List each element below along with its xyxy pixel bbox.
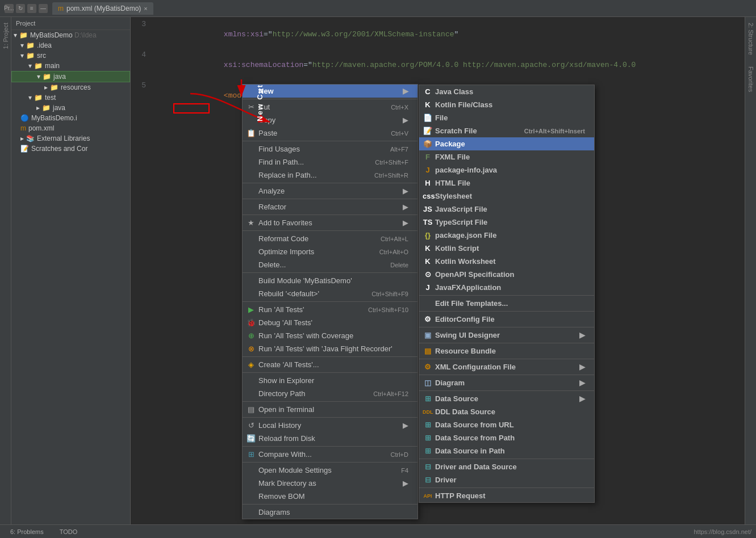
menu-item-directory-path[interactable]: Directory Path Ctrl+Alt+F12 bbox=[243, 387, 417, 400]
problems-tab[interactable]: 6: Problems bbox=[5, 527, 49, 537]
menu-sep6 bbox=[243, 230, 417, 231]
submenu-css[interactable]: css Stylesheet bbox=[419, 190, 594, 203]
settings-icon[interactable]: ≡ bbox=[27, 4, 36, 13]
tree-mybatisdemo[interactable]: 🔵 MyBatisDemo.i bbox=[11, 113, 130, 123]
tree-scratches[interactable]: 📝 Scratches and Cor bbox=[11, 144, 130, 154]
tree-src[interactable]: ▾ 📁 src bbox=[11, 51, 130, 61]
menu-item-open-terminal[interactable]: ▤ Open in Terminal bbox=[243, 403, 417, 416]
shortcut-label: Ctrl+Shift+F10 bbox=[368, 306, 408, 313]
submenu-json[interactable]: {} package.json File bbox=[419, 229, 594, 242]
submenu-openapi[interactable]: ⊙ OpenAPI Specification bbox=[419, 268, 594, 281]
submenu-http-request[interactable]: API HTTP Request bbox=[419, 489, 594, 502]
submenu-resource-bundle[interactable]: ▤ Resource Bundle bbox=[419, 344, 594, 358]
menu-item-copy[interactable]: Copy ▶ bbox=[243, 114, 417, 127]
submenu-swing[interactable]: ▣ Swing UI Designer ▶ bbox=[419, 329, 594, 342]
menu-item-run-tests[interactable]: ▶ Run 'All Tests' Ctrl+Shift+F10 bbox=[243, 303, 417, 316]
tree-test[interactable]: ▾ 📁 test bbox=[11, 93, 130, 103]
submenu-file[interactable]: 📄 File bbox=[419, 111, 594, 124]
line-number: 4 bbox=[131, 50, 151, 81]
menu-item-create-tests[interactable]: ◈ Create 'All Tests'... bbox=[243, 358, 417, 371]
menu-item-delete[interactable]: Delete... Delete bbox=[243, 258, 417, 271]
folder-icon: 📁 bbox=[34, 62, 43, 70]
menu-item-cut[interactable]: ✂ Cut Ctrl+X bbox=[243, 100, 417, 114]
submenu-edit-templates[interactable]: Edit File Templates... bbox=[419, 297, 594, 310]
menu-item-optimize[interactable]: Optimize Imports Ctrl+Alt+O bbox=[243, 245, 417, 258]
tree-java-test[interactable]: ▸ 📁 java bbox=[11, 103, 130, 113]
tree-pom[interactable]: m pom.xml bbox=[11, 123, 130, 133]
tab-close-icon[interactable]: × bbox=[144, 5, 147, 12]
menu-item-local-history[interactable]: ↺ Local History ▶ bbox=[243, 419, 417, 432]
chevron-icon: ▾ bbox=[20, 41, 24, 49]
tree-label: java bbox=[53, 73, 66, 81]
submenu-package[interactable]: 📦 Package bbox=[419, 137, 594, 150]
menu-item-reload[interactable]: 🔄 Reload from Disk bbox=[243, 432, 417, 445]
xml-icon: m bbox=[20, 124, 26, 132]
submenu-java-class[interactable]: C Java Class bbox=[419, 85, 594, 98]
tree-idea[interactable]: ▾ 📁 .idea bbox=[11, 40, 130, 51]
root-label: MyBatisDemo D:\Idea bbox=[30, 31, 97, 39]
menu-item-new[interactable]: New ▶ C Java Class K Kotlin File/Class bbox=[243, 85, 417, 98]
menu-item-find-path[interactable]: Find in Path... Ctrl+Shift+F bbox=[243, 155, 417, 169]
submenu-kotlin-worksheet[interactable]: K Kotlin Worksheet bbox=[419, 255, 594, 268]
submenu-datasource-path[interactable]: ⊞ Data Source from Path bbox=[419, 431, 594, 444]
submenu-separator bbox=[419, 311, 594, 312]
sync-icon[interactable]: ↻ bbox=[16, 4, 25, 13]
menu-item-run-flight[interactable]: ⊗ Run 'All Tests' with 'Java Flight Reco… bbox=[243, 342, 417, 355]
menu-item-run-coverage[interactable]: ⊕ Run 'All Tests' with Coverage bbox=[243, 329, 417, 342]
submenu-package-info[interactable]: J package-info.java bbox=[419, 163, 594, 176]
menu-item-build-module[interactable]: Build Module 'MyBatisDemo' bbox=[243, 274, 417, 287]
tree-root[interactable]: ▾ 📁 MyBatisDemo D:\Idea bbox=[11, 30, 130, 40]
submenu-driver-datasource[interactable]: ⊟ Driver and Data Source bbox=[419, 460, 594, 473]
menu-item-refactor[interactable]: Refactor ▶ bbox=[243, 200, 417, 213]
menu-item-rebuild[interactable]: Rebuild '<default>' Ctrl+Shift+F9 bbox=[243, 287, 417, 300]
menu-item-add-favorites[interactable]: ★ Add to Favorites ▶ bbox=[243, 216, 417, 229]
submenu-datasource-url[interactable]: ⊞ Data Source from URL bbox=[419, 418, 594, 431]
chevron-icon: ▾ bbox=[14, 31, 17, 39]
submenu-ddl-datasource[interactable]: DDL DDL Data Source bbox=[419, 405, 594, 418]
submenu-kotlin-script[interactable]: K Kotlin Script bbox=[419, 242, 594, 255]
submenu-label: Data Source from Path bbox=[435, 434, 515, 442]
submenu-xml-config[interactable]: ⚙ XML Configuration File ▶ bbox=[419, 360, 594, 373]
datasource-path-icon: ⊞ bbox=[423, 434, 433, 442]
submenu-html[interactable]: H HTML File bbox=[419, 176, 594, 190]
submenu-driver[interactable]: ⊟ Driver bbox=[419, 473, 594, 486]
menu-item-reformat[interactable]: Reformat Code Ctrl+Alt+L bbox=[243, 232, 417, 245]
menu-item-replace-path[interactable]: Replace in Path... Ctrl+Shift+R bbox=[243, 169, 417, 182]
minimize-icon[interactable]: — bbox=[39, 4, 48, 13]
menu-item-debug-tests[interactable]: 🐞 Debug 'All Tests' bbox=[243, 316, 417, 329]
submenu-js[interactable]: JS JavaScript File bbox=[419, 203, 594, 216]
submenu-ts[interactable]: TS TypeScript File bbox=[419, 216, 594, 229]
menu-item-diagrams[interactable]: Diagrams bbox=[243, 506, 417, 519]
menu-item-find-usages[interactable]: Find Usages Alt+F7 bbox=[243, 142, 417, 155]
tab-title: pom.xml (MyBatisDemo) bbox=[66, 5, 141, 12]
menu-item-mark-dir[interactable]: Mark Directory as ▶ bbox=[243, 477, 417, 490]
submenu-javafx[interactable]: J JavaFXApplication bbox=[419, 281, 594, 294]
menu-item-analyze[interactable]: Analyze ▶ bbox=[243, 184, 417, 197]
driver-ds-icon: ⊟ bbox=[423, 463, 433, 471]
menu-item-compare[interactable]: ⊞ Compare With... Ctrl+D bbox=[243, 448, 417, 461]
sidebar-favorites[interactable]: Favorites bbox=[746, 61, 756, 98]
submenu-fxml[interactable]: F FXML File bbox=[419, 150, 594, 163]
submenu-kotlin[interactable]: K Kotlin File/Class bbox=[419, 98, 594, 111]
menu-item-paste[interactable]: 📋 Paste Ctrl+V bbox=[243, 127, 417, 140]
tree-external-libs[interactable]: ▸ 📚 External Libraries bbox=[11, 133, 130, 144]
tree-main[interactable]: ▾ 📁 main bbox=[11, 61, 130, 71]
tree-java-main[interactable]: ▾ 📁 java bbox=[11, 71, 130, 82]
editor-title-tab[interactable]: m pom.xml (MyBatisDemo) × bbox=[52, 2, 153, 15]
menu-item-show-explorer[interactable]: Show in Explorer bbox=[243, 374, 417, 387]
menu-sep5 bbox=[243, 215, 417, 215]
submenu-datasource-in-path[interactable]: ⊞ Data Source in Path bbox=[419, 444, 594, 457]
submenu-datasource[interactable]: ⊞ Data Source ▶ bbox=[419, 392, 594, 405]
menu-item-label: Directory Path bbox=[258, 389, 305, 398]
submenu-editorconfig[interactable]: ⚙ EditorConfig File bbox=[419, 313, 594, 326]
tree-resources[interactable]: ▸ 📁 resources bbox=[11, 82, 130, 93]
sidebar-item-project[interactable]: 1: Project bbox=[1, 17, 11, 54]
menu-item-module-settings[interactable]: Open Module Settings F4 bbox=[243, 464, 417, 477]
submenu-scratch[interactable]: 📝 Scratch File Ctrl+Alt+Shift+Insert bbox=[419, 124, 594, 137]
todo-tab[interactable]: TODO bbox=[54, 527, 83, 537]
menu-item-remove-bom[interactable]: Remove BOM bbox=[243, 490, 417, 503]
context-menu: New ▶ C Java Class K Kotlin File/Class bbox=[242, 84, 418, 519]
menu-item-label: Replace in Path... bbox=[258, 171, 317, 179]
sidebar-structure[interactable]: 2: Structure bbox=[746, 17, 756, 61]
submenu-diagram[interactable]: ◫ Diagram ▶ bbox=[419, 376, 594, 389]
